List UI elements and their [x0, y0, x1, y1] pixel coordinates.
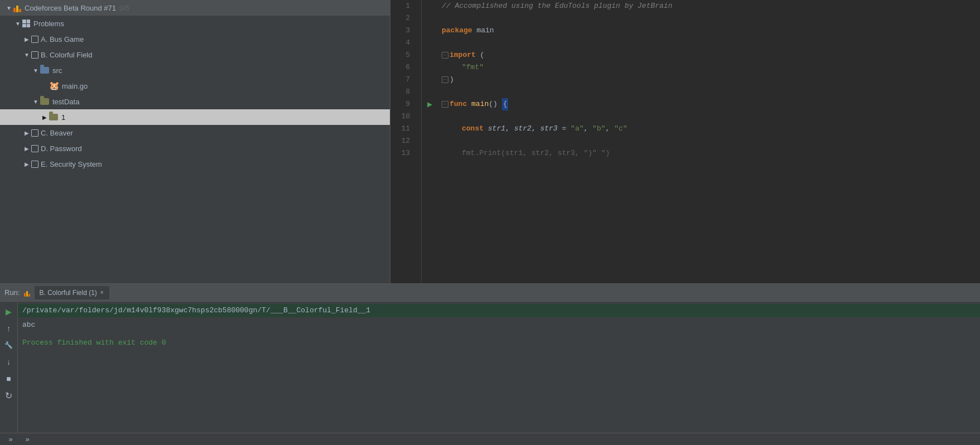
code-line-12 [442, 135, 980, 147]
code-area: 1 2 3 4 5 6 7 8 9 10 11 12 13 [390, 0, 980, 283]
sidebar-item-c-beaver[interactable]: C. Beaver [0, 125, 390, 141]
line11-b: "b" [592, 123, 605, 135]
line-num-2: 2 [390, 12, 414, 25]
gutter-1 [422, 0, 437, 12]
line11-comma2: , [532, 123, 540, 135]
line3-name-main: main [472, 25, 494, 37]
code-content[interactable]: // Accomplished using the EduTools plugi… [437, 0, 980, 283]
b-checkbox-icon [31, 51, 38, 59]
tree-root-item[interactable]: Codeforces Beta Round #71 0/5 [0, 0, 390, 16]
gutter-11 [422, 123, 437, 135]
line-num-4: 4 [390, 37, 414, 49]
gutter-7 [422, 74, 437, 86]
line1-comment: // Accomplished using the EduTools plugi… [442, 0, 672, 12]
gutter-2 [422, 12, 437, 25]
code-line-1: // Accomplished using the EduTools plugi… [442, 0, 980, 12]
sidebar-item-folder-1[interactable]: 1 [0, 109, 390, 125]
testdata-label: testData [52, 98, 79, 106]
b-label: B. Colorful Field [41, 51, 92, 59]
code-line-7: − ) [442, 74, 980, 86]
line-num-5: 5 [390, 49, 414, 61]
code-line-11: const str1, str2, str3 = "a" , "b" , "c" [442, 123, 980, 135]
line11-c: "c" [614, 123, 627, 135]
sidebar-item-main-go[interactable]: 🐹 main.go [0, 78, 390, 94]
output-path-line: /private/var/folders/jd/m14v0lf938xgwc7h… [18, 304, 980, 317]
run-up-btn[interactable]: ↑ [2, 322, 16, 335]
code-line-13: fmt.Print(str1, str2, str3, ")" ") [442, 147, 980, 159]
src-label: src [52, 66, 62, 75]
code-line-4 [442, 37, 980, 49]
run-toolbar: ▶ ↑ 🔧 ↓ ■ ↻ [0, 302, 18, 433]
code-line-5: − import ( [442, 49, 980, 61]
output-abc-line: abc [22, 318, 976, 332]
c-label: C. Beaver [41, 129, 73, 137]
go-file-icon: 🐹 [49, 81, 60, 91]
run-tab-logo [24, 289, 30, 297]
line-num-12: 12 [390, 135, 414, 147]
sidebar-item-problems[interactable]: Problems [0, 16, 390, 31]
sidebar-item-src[interactable]: src [0, 62, 390, 78]
sidebar-item-a-bus-game[interactable]: A. Bus Game [0, 31, 390, 47]
output-process-line: Process finished with exit code 0 [22, 336, 976, 350]
run-rerun-btn[interactable]: ↻ [2, 389, 16, 402]
line-num-1: 1 [390, 0, 414, 12]
e-label: E. Security System [41, 160, 102, 168]
line5-fold[interactable]: − [442, 52, 448, 59]
project-tree: Codeforces Beta Round #71 0/5 Problems A… [0, 0, 390, 283]
status-btn-expand-right[interactable]: » [21, 434, 33, 444]
main-area: Codeforces Beta Round #71 0/5 Problems A… [0, 0, 980, 283]
run-tab-close-btn[interactable]: × [99, 289, 105, 296]
line7-fold[interactable]: − [442, 76, 448, 83]
problems-label: Problems [33, 20, 64, 28]
main-go-label: main.go [62, 82, 88, 90]
line11-str2: str2 [514, 123, 532, 135]
run-gutter-icon[interactable]: ▶ [427, 100, 432, 108]
line9-open-brace: { [502, 98, 509, 110]
run-stop-btn[interactable]: ■ [2, 372, 16, 385]
sidebar-item-d-password[interactable]: D. Password [0, 141, 390, 156]
gutter-10 [422, 110, 437, 123]
code-line-3: package main [442, 25, 980, 37]
run-down-btn[interactable]: ↓ [2, 355, 16, 369]
status-btn-expand-left[interactable]: » [4, 434, 17, 444]
c-arrow [22, 128, 31, 137]
line9-keyword-func: func [450, 98, 467, 110]
code-line-2 [442, 12, 980, 25]
testdata-arrow [31, 97, 40, 106]
run-label: Run: [4, 288, 20, 297]
line-numbers: 1 2 3 4 5 6 7 8 9 10 11 12 13 [390, 0, 422, 283]
code-line-9: − func main () { [442, 98, 980, 110]
line9-space [467, 98, 471, 110]
line11-keyword-const: const [462, 123, 484, 135]
folder1-icon [49, 114, 58, 120]
run-tab[interactable]: B. Colorful Field (1) × [35, 286, 109, 299]
line-num-6: 6 [390, 61, 414, 74]
src-arrow [31, 66, 40, 75]
line9-funcname-main: main [471, 98, 489, 110]
c-checkbox-icon [31, 129, 38, 137]
run-panel: Run: B. Colorful Field (1) × ▶ ↑ 🔧 ↓ ■ ↻… [0, 283, 980, 445]
line9-fold[interactable]: − [442, 101, 448, 108]
line-num-9: 9 [390, 98, 414, 110]
line-num-8: 8 [390, 86, 414, 98]
line11-vars: str1 [484, 123, 505, 135]
line11-a: "a" [571, 123, 583, 135]
d-checkbox-icon [31, 145, 38, 152]
a-arrow [22, 35, 31, 43]
gutter-6 [422, 61, 437, 74]
line13-partial: fmt.Print(str1, str2, str3, ")" ") [462, 147, 610, 159]
editor-area: 1 2 3 4 5 6 7 8 9 10 11 12 13 [390, 0, 980, 283]
line5-paren: ( [476, 49, 485, 61]
run-play-btn[interactable]: ▶ [2, 305, 16, 318]
line-num-10: 10 [390, 110, 414, 123]
testdata-folder-icon [40, 98, 49, 105]
sidebar-item-e-security-system[interactable]: E. Security System [0, 156, 390, 172]
run-wrench-btn[interactable]: 🔧 [2, 338, 16, 352]
line7-close-paren: ) [450, 74, 454, 86]
gutter-9[interactable]: ▶ [422, 98, 437, 110]
tree-root-arrow [4, 3, 13, 12]
sidebar-item-testdata[interactable]: testData [0, 94, 390, 109]
line-num-13: 13 [390, 147, 414, 159]
line11-sep1: , [584, 123, 593, 135]
sidebar-item-b-colorful-field[interactable]: B. Colorful Field [0, 47, 390, 62]
